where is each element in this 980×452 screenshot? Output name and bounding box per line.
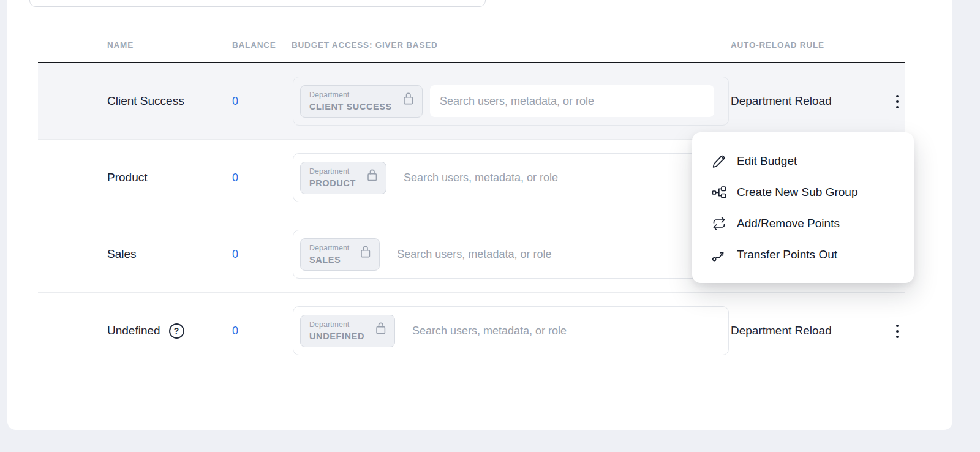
group-name: Sales bbox=[107, 216, 137, 292]
menu-item-label: Add/Remove Points bbox=[737, 217, 840, 230]
chip-type-label: Department bbox=[309, 91, 392, 99]
search-input[interactable] bbox=[387, 238, 714, 270]
column-header-budget-access: BUDGET ACCESS: GIVER BASED bbox=[292, 40, 438, 50]
menu-item-label: Transfer Points Out bbox=[737, 248, 837, 262]
department-chip: Department PRODUCT bbox=[300, 162, 386, 194]
row-actions-kebab-icon[interactable] bbox=[888, 90, 907, 113]
group-name-label: Sales bbox=[107, 247, 137, 261]
lock-icon bbox=[360, 244, 371, 259]
top-cropped-panel bbox=[29, 0, 486, 7]
budget-access-field: Department PRODUCT bbox=[293, 153, 729, 202]
department-chip-text: Department SALES bbox=[309, 244, 349, 265]
group-name: Client Success bbox=[107, 63, 184, 139]
search-input[interactable] bbox=[430, 85, 714, 117]
chip-value-label: SALES bbox=[309, 255, 349, 265]
table-row: Client Success 0 Department CLIENT SUCCE… bbox=[38, 63, 905, 140]
budget-access-field: Department UNDEFINED bbox=[293, 306, 729, 355]
group-name-label: Undefined bbox=[107, 324, 160, 337]
department-chip: Department SALES bbox=[300, 238, 380, 271]
menu-item-edit-budget[interactable]: Edit Budget bbox=[692, 145, 914, 176]
search-input[interactable] bbox=[402, 315, 714, 347]
menu-item-transfer-points-out[interactable]: Transfer Points Out bbox=[692, 239, 914, 270]
group-name-label: Product bbox=[107, 171, 147, 184]
auto-reload-rule: Department Reload bbox=[731, 293, 832, 369]
department-chip-text: Department UNDEFINED bbox=[309, 320, 364, 341]
auto-reload-rule: Department Reload bbox=[731, 63, 832, 139]
balance-link[interactable]: 0 bbox=[232, 140, 238, 216]
lock-icon bbox=[375, 321, 386, 336]
menu-item-create-sub-group[interactable]: Create New Sub Group bbox=[692, 176, 914, 208]
lock-icon bbox=[402, 91, 414, 106]
column-header-auto-reload: AUTO-RELOAD RULE bbox=[731, 40, 824, 50]
transfer-out-icon bbox=[712, 247, 726, 262]
budget-access-field: Department SALES bbox=[293, 230, 729, 279]
chip-type-label: Department bbox=[309, 320, 364, 329]
swap-arrows-icon bbox=[712, 216, 726, 231]
department-chip: Department CLIENT SUCCESS bbox=[300, 85, 423, 118]
chip-type-label: Department bbox=[309, 244, 349, 252]
chip-value-label: CLIENT SUCCESS bbox=[309, 102, 392, 111]
department-chip-text: Department CLIENT SUCCESS bbox=[309, 91, 392, 111]
budget-access-field: Department CLIENT SUCCESS bbox=[293, 77, 729, 126]
balance-link[interactable]: 0 bbox=[232, 293, 238, 369]
group-name: Undefined ? bbox=[107, 293, 184, 369]
pencil-icon bbox=[712, 154, 726, 168]
column-header-name: NAME bbox=[107, 40, 134, 50]
row-actions-kebab-icon[interactable] bbox=[888, 320, 907, 343]
menu-item-label: Create New Sub Group bbox=[737, 186, 858, 199]
balance-link[interactable]: 0 bbox=[232, 63, 238, 139]
chip-value-label: UNDEFINED bbox=[309, 331, 364, 341]
row-actions-menu: Edit Budget Create New Sub Group Add/Rem… bbox=[692, 132, 914, 283]
search-input[interactable] bbox=[394, 162, 714, 194]
table-row: Undefined ? 0 Department UNDEFINED Dep bbox=[38, 293, 905, 369]
department-chip-text: Department PRODUCT bbox=[309, 167, 356, 188]
chip-type-label: Department bbox=[309, 167, 356, 176]
group-name: Product bbox=[107, 140, 147, 216]
column-header-balance: BALANCE bbox=[232, 40, 276, 50]
balance-link[interactable]: 0 bbox=[232, 216, 238, 292]
group-name-label: Client Success bbox=[107, 94, 184, 108]
menu-item-label: Edit Budget bbox=[737, 154, 797, 168]
chip-value-label: PRODUCT bbox=[309, 178, 356, 188]
lock-icon bbox=[366, 168, 378, 183]
menu-item-add-remove-points[interactable]: Add/Remove Points bbox=[692, 208, 914, 239]
help-question-icon[interactable]: ? bbox=[169, 323, 184, 339]
subgroup-icon bbox=[712, 185, 726, 200]
department-chip: Department UNDEFINED bbox=[300, 315, 395, 347]
